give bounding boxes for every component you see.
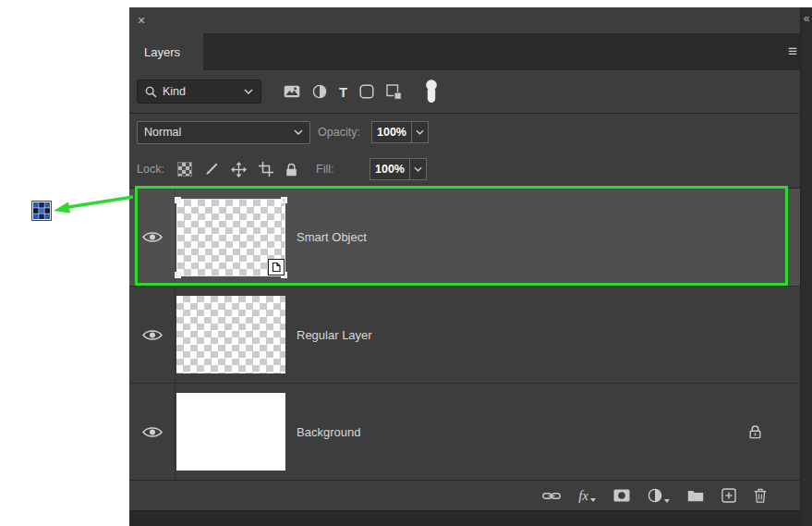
caret-down-icon: [664, 499, 670, 503]
opacity-value[interactable]: 100%: [371, 121, 412, 143]
chevron-down-icon: [244, 89, 253, 94]
fill-input[interactable]: 100%: [370, 158, 427, 180]
filter-row: Kind T: [129, 70, 800, 114]
opacity-label: Opacity:: [318, 126, 366, 139]
chevron-down-icon: [414, 166, 422, 172]
close-panel-icon[interactable]: ×: [138, 14, 145, 27]
eye-icon: [141, 328, 164, 342]
opacity-dropdown-button[interactable]: [412, 121, 429, 143]
panel-menu-icon[interactable]: ≡: [788, 43, 800, 61]
tab-layers[interactable]: Layers: [129, 33, 203, 70]
lock-position-move-icon[interactable]: [231, 162, 247, 177]
eye-icon: [141, 425, 164, 439]
panel-tab-bar: Layers ≡: [129, 33, 800, 70]
layer-thumbnail[interactable]: [176, 199, 285, 276]
fx-label: fx: [578, 489, 588, 502]
lock-options-row: Lock:: [129, 151, 800, 189]
layer-row-smart-object[interactable]: Smart Object: [129, 189, 800, 286]
fill-label: Fill:: [316, 163, 364, 176]
layer-name: Background: [297, 425, 360, 439]
layer-thumbnail[interactable]: [176, 296, 285, 373]
layer-thumbnail[interactable]: [176, 393, 285, 471]
layer-row-background[interactable]: Background: [129, 383, 800, 480]
link-layers-icon[interactable]: [542, 491, 561, 501]
layers-panel-content: × Layers ≡ Kind: [129, 7, 800, 526]
lock-pixels-brush-icon[interactable]: [204, 162, 219, 177]
thumbnail-corner-mark: [175, 197, 181, 203]
filter-toggle-switch[interactable]: [425, 80, 438, 104]
visibility-toggle[interactable]: [129, 189, 176, 286]
new-layer-icon[interactable]: [721, 488, 736, 503]
layer-row-regular-layer[interactable]: Regular Layer: [129, 286, 800, 383]
filter-kind-dropdown[interactable]: Kind: [137, 80, 261, 104]
layer-name: Regular Layer: [297, 328, 372, 342]
smart-object-mini-icon: [31, 201, 52, 221]
layer-name: Smart Object: [297, 230, 367, 244]
filter-icons-group: T: [284, 84, 402, 100]
chevron-down-icon: [416, 129, 424, 135]
thumbnail-corner-mark: [281, 197, 287, 203]
adjustment-layer-filter-icon[interactable]: [312, 84, 327, 99]
half-circle-icon: [648, 488, 662, 503]
fill-dropdown-button[interactable]: [410, 158, 427, 180]
fill-value[interactable]: 100%: [370, 158, 410, 180]
filter-kind-label: Kind: [163, 85, 186, 98]
opacity-input[interactable]: 100%: [371, 121, 429, 143]
tab-layers-label: Layers: [144, 45, 180, 59]
screenshot-root: « × Layers ≡ Kind: [0, 0, 812, 526]
type-layer-filter-icon[interactable]: T: [339, 85, 347, 99]
layers-list: Smart Object Regular Layer: [129, 189, 800, 480]
smart-object-filter-icon[interactable]: [386, 84, 402, 100]
smart-object-badge-icon: [268, 259, 285, 275]
search-icon: [145, 86, 157, 98]
visibility-toggle[interactable]: [129, 287, 176, 383]
new-group-folder-icon[interactable]: [687, 489, 704, 502]
smart-object-mini-icon-art: [31, 201, 52, 221]
blend-options-row: Normal Opacity: 100%: [129, 114, 800, 151]
layers-bottom-bar: fx: [129, 480, 800, 510]
lock-icons-group: [177, 162, 297, 177]
chevron-down-icon: [294, 129, 303, 135]
eye-icon: [141, 230, 164, 244]
background-lock-icon[interactable]: [749, 425, 761, 439]
lock-all-padlock-icon[interactable]: [285, 163, 297, 177]
layer-style-fx-icon[interactable]: fx: [578, 489, 596, 502]
pixel-layer-filter-icon[interactable]: [284, 85, 300, 98]
filter-toggle-pill-icon: [425, 80, 438, 104]
dock-strip: «: [800, 7, 812, 526]
shape-layer-filter-icon[interactable]: [359, 84, 374, 99]
collapse-dock-icon[interactable]: «: [801, 13, 812, 24]
lock-transparency-icon[interactable]: [177, 162, 192, 177]
thumbnail-corner-mark: [175, 272, 181, 278]
panel-bottom-strip: [129, 510, 800, 526]
visibility-toggle[interactable]: [129, 384, 176, 480]
blend-mode-dropdown[interactable]: Normal: [137, 121, 310, 144]
delete-layer-trash-icon[interactable]: [754, 488, 767, 503]
new-adjustment-layer-icon[interactable]: [648, 488, 670, 503]
add-layer-mask-icon[interactable]: [613, 489, 630, 502]
caret-down-icon: [590, 498, 596, 502]
layers-panel: « × Layers ≡ Kind: [129, 7, 812, 526]
blend-mode-value: Normal: [144, 126, 181, 139]
panel-top-bar: ×: [129, 7, 800, 33]
lock-artboard-icon[interactable]: [259, 162, 273, 177]
lock-label: Lock:: [137, 163, 170, 176]
